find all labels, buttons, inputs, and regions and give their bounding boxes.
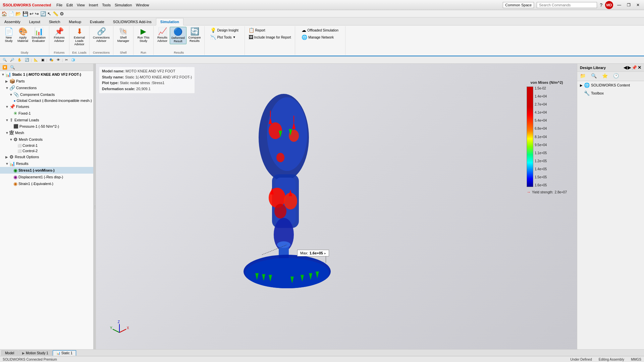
- zoom-in-icon[interactable]: 🔎: [9, 58, 15, 62]
- lib-tab-search[interactable]: 🔍: [588, 72, 599, 81]
- tree-item-strain1[interactable]: ◉ Strain1 (-Equivalent-): [0, 180, 93, 187]
- tab-evaluate[interactable]: Evaluate: [86, 18, 109, 25]
- design-insight-button[interactable]: 💡 Design Insight: [209, 27, 239, 34]
- svg-line-33: [113, 329, 119, 333]
- tab-markup[interactable]: Markup: [64, 18, 86, 25]
- tab-model[interactable]: Model: [1, 350, 18, 356]
- lib-tab-favorites[interactable]: ⭐: [599, 72, 610, 81]
- minimize-button[interactable]: —: [616, 2, 623, 8]
- tree-toolbar: 🔽 🔍: [0, 64, 93, 71]
- standard-views-icon[interactable]: 📐: [33, 58, 39, 62]
- connections-advisor-button[interactable]: 🔗 ConnectionsAdvisor: [92, 27, 111, 44]
- report-button[interactable]: 📋 Report: [247, 27, 292, 34]
- zoom-to-fit-icon[interactable]: 🔍: [1, 58, 8, 62]
- fixtures-advisor-button[interactable]: 📌 FixturesAdvisor: [53, 27, 66, 44]
- workspace-selector[interactable]: Common Space: [503, 2, 534, 8]
- tree-item-fixtures[interactable]: ▼ 📌 Fixtures: [0, 103, 93, 110]
- tree-item-fixed-1[interactable]: ✳ Fixed-1: [0, 110, 93, 117]
- results-advisor-button[interactable]: 📈 ResultsAdvisor: [156, 27, 169, 44]
- tab-assembly[interactable]: Assembly: [0, 18, 25, 25]
- tab-simulation[interactable]: Simulation: [156, 18, 183, 25]
- measure-icon[interactable]: 📏: [53, 11, 58, 16]
- plot-tools-dropdown[interactable]: ▼: [233, 36, 236, 39]
- menu-insert[interactable]: Insert: [89, 3, 98, 7]
- plot-tools-button[interactable]: 📉 Plot Tools ▼: [209, 34, 239, 41]
- tree-search-icon[interactable]: 🔍: [9, 65, 16, 70]
- hide-show-icon[interactable]: 👁: [55, 58, 61, 62]
- tab-motion-study-1[interactable]: ▶ Motion Study 1: [18, 350, 52, 356]
- save-icon[interactable]: 💾: [22, 11, 28, 16]
- menu-edit[interactable]: Edit: [66, 3, 73, 7]
- ribbon-group-study: 📄 NewStudy 🎨 ApplyMaterial 📊 SimulationE…: [0, 26, 49, 55]
- tab-sketch[interactable]: Sketch: [45, 18, 65, 25]
- new-study-icon: 📄: [4, 28, 13, 35]
- offloaded-simulation-button[interactable]: ☁ Offloaded Simulation: [300, 27, 340, 34]
- lib-tab-folders[interactable]: 📁: [577, 72, 588, 81]
- tree-item-parts[interactable]: ▶ 📦 Parts: [0, 78, 93, 84]
- tree-item-result-options[interactable]: ▶ ⚙ Result Options: [0, 154, 93, 160]
- status-left: SOLIDWORKS Connected Premium: [3, 358, 570, 361]
- open-doc-icon[interactable]: 📂: [15, 11, 21, 16]
- rotate-icon[interactable]: 🔄: [23, 58, 30, 62]
- menu-view[interactable]: View: [77, 3, 85, 7]
- search-commands-input[interactable]: [537, 2, 597, 8]
- deformed-result-button[interactable]: 🔵 DeformedResult: [170, 27, 186, 44]
- tree-item-displacement1[interactable]: ◉ Displacement1 (-Res disp-): [0, 174, 93, 180]
- menu-file[interactable]: File: [56, 3, 62, 7]
- tree-item-pressure-1[interactable]: ⬛ Pressure-1 (-50 N/m^2-): [0, 123, 93, 129]
- tree-filter-icon[interactable]: 🔽: [1, 65, 8, 70]
- tree-item-global-contact[interactable]: ● Global Contact (-Bonded-Incompatible m…: [0, 98, 93, 103]
- view-orientation-icon[interactable]: ▣: [40, 58, 46, 62]
- menu-window[interactable]: Window: [136, 3, 149, 7]
- 3d-viewport[interactable]: Model name: MOTO KNEE AND VF2 FOOT Study…: [96, 64, 577, 349]
- redo-icon[interactable]: ↪: [35, 11, 39, 16]
- solidworks-content-item[interactable]: ▶ 🌐 SOLIDWORKS Content: [577, 81, 644, 89]
- new-doc-icon[interactable]: 📄: [8, 11, 14, 16]
- design-lib-close-icon[interactable]: ✕: [638, 65, 641, 70]
- design-lib-pin-icon[interactable]: 📌: [632, 65, 637, 70]
- tree-item-mesh-controls[interactable]: ▼ ⚙ Mesh Controls: [0, 136, 93, 143]
- tree-item-external-loads[interactable]: ▼ ⬆ External Loads: [0, 117, 93, 123]
- 3d-view-icon[interactable]: 🧊: [70, 58, 76, 62]
- design-lib-forward-icon[interactable]: ▶: [628, 65, 631, 70]
- manage-network-button[interactable]: 🌐 Manage Network: [300, 34, 340, 41]
- ribbon-group-shell: 🐚 ShellManager Shell: [113, 26, 133, 55]
- undo-icon[interactable]: ↩: [30, 11, 34, 16]
- tree-item-control-1[interactable]: ⬜ Control-1: [0, 143, 93, 148]
- tree-item-stress1[interactable]: ◉ Stress1 (-vonMises-): [0, 167, 93, 174]
- tab-addins[interactable]: SOLIDWORKS Add-Ins: [109, 18, 156, 25]
- tree-item-mesh[interactable]: ▼ 🕸 Mesh: [0, 129, 93, 136]
- section-view-icon[interactable]: ✂: [64, 58, 69, 62]
- menu-tools[interactable]: Tools: [102, 3, 111, 7]
- maximize-button[interactable]: ❐: [625, 2, 632, 8]
- tree-item-connections[interactable]: ▼ 🔗 Connections: [0, 84, 93, 91]
- home-icon[interactable]: 🏠: [1, 11, 7, 16]
- apply-material-button[interactable]: 🎨 ApplyMaterial: [16, 27, 30, 44]
- design-lib-back-icon[interactable]: ◀: [624, 65, 627, 70]
- tree-item-results[interactable]: ▼ 📊 Results: [0, 160, 93, 167]
- menu-simulation[interactable]: Simulation: [115, 3, 132, 7]
- close-button[interactable]: ✕: [635, 2, 641, 8]
- select-icon[interactable]: ↖: [47, 11, 51, 16]
- run-this-study-button[interactable]: ▶ Run ThisStudy: [136, 27, 151, 44]
- tab-static-1[interactable]: 📊 Static 1: [53, 350, 76, 356]
- display-style-icon[interactable]: 🎭: [48, 58, 55, 62]
- external-loads-advisor-button[interactable]: ⬇ ExternalLoadsAdvisor: [72, 27, 86, 47]
- options-icon[interactable]: ⚙: [60, 11, 64, 16]
- simulation-evaluator-button[interactable]: 📊 SimulationEvaluator: [30, 27, 47, 44]
- lib-tab-history[interactable]: 🕐: [610, 72, 622, 81]
- ribbon-group-connections: 🔗 ConnectionsAdvisor Connections: [90, 26, 113, 55]
- new-study-button[interactable]: 📄 NewStudy: [2, 27, 15, 44]
- shell-manager-button[interactable]: 🐚 ShellManager: [116, 27, 131, 44]
- design-library-tree: ▶ 🌐 SOLIDWORKS Content 🔧 Toolbox: [577, 81, 644, 97]
- tree-item-control-2[interactable]: ⬜ Control-2: [0, 148, 93, 154]
- include-image-button[interactable]: 🖼 Include Image for Report: [247, 34, 292, 41]
- tab-layout[interactable]: Layout: [25, 18, 45, 25]
- tree-item-component-contacts[interactable]: ▼ 📎 Component Contacts: [0, 91, 93, 98]
- tree-root-item[interactable]: ▼ 📊 Static 1 (-MOTO KNEE AND VF2 FOOT-): [0, 71, 93, 78]
- toolbox-item[interactable]: 🔧 Toolbox: [577, 89, 644, 97]
- help-icon[interactable]: ?: [600, 2, 602, 8]
- pan-icon[interactable]: ✋: [16, 58, 23, 62]
- compare-results-button[interactable]: 🔄 CompareResults: [187, 27, 202, 44]
- rebuild-icon[interactable]: 🔄: [40, 11, 46, 16]
